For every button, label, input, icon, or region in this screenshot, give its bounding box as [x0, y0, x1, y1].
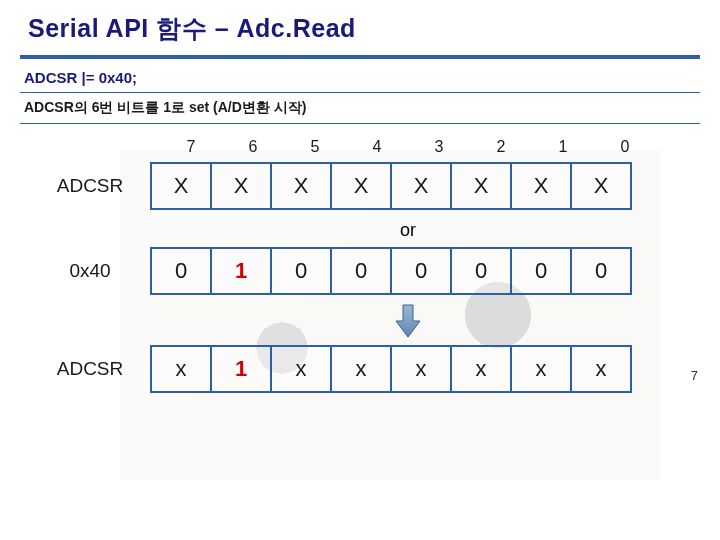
bit-index: 2 [470, 138, 532, 156]
bit-cell: x [570, 345, 632, 393]
bit-cell: 0 [510, 247, 572, 295]
bit-cell: X [510, 162, 572, 210]
bit-cell: x [510, 345, 572, 393]
register-label: 0x40 [40, 260, 150, 282]
bit-index: 1 [532, 138, 594, 156]
bit-index: 3 [408, 138, 470, 156]
bit-cell: 0 [450, 247, 512, 295]
bit-index: 0 [594, 138, 656, 156]
bit-cell: 0 [270, 247, 332, 295]
arrow-down-icon [394, 303, 422, 339]
bit-cell-highlight: 1 [210, 345, 272, 393]
bit-cell: x [150, 345, 212, 393]
bit-cell: X [450, 162, 512, 210]
bit-index: 5 [284, 138, 346, 156]
bit-diagram: 7 6 5 4 3 2 1 0 ADCSR X X X X X X X X or [0, 124, 720, 393]
page-number: 7 [691, 368, 698, 383]
bit-cell: 0 [150, 247, 212, 295]
code-statement: ADCSR |= 0x40; [0, 59, 720, 90]
bit-index: 6 [222, 138, 284, 156]
bit-header-row: 7 6 5 4 3 2 1 0 [160, 138, 680, 156]
bit-cell: X [570, 162, 632, 210]
bit-cell: X [390, 162, 452, 210]
register-label: ADCSR [40, 358, 150, 380]
bit-index: 7 [160, 138, 222, 156]
bit-cell: 0 [570, 247, 632, 295]
bit-cell: x [390, 345, 452, 393]
page-title: Serial API 함수 – Adc.Read [28, 12, 692, 45]
bit-cell-highlight: 1 [210, 247, 272, 295]
bit-cell: 0 [390, 247, 452, 295]
bit-cell: x [270, 345, 332, 393]
or-operator: or [160, 220, 656, 241]
description: ADCSR의 6번 비트를 1로 set (A/D변환 시작) [0, 93, 720, 121]
bit-cell: X [270, 162, 332, 210]
bit-cell: x [330, 345, 392, 393]
register-label: ADCSR [40, 175, 150, 197]
register-row-adcsr-before: ADCSR X X X X X X X X [40, 162, 680, 210]
bit-cell: X [150, 162, 212, 210]
bit-cell: 0 [330, 247, 392, 295]
bit-cell: X [210, 162, 272, 210]
register-row-hex: 0x40 0 1 0 0 0 0 0 0 [40, 247, 680, 295]
register-row-adcsr-after: ADCSR x 1 x x x x x x [40, 345, 680, 393]
bit-index: 4 [346, 138, 408, 156]
bit-cell: X [330, 162, 392, 210]
bit-cell: x [450, 345, 512, 393]
